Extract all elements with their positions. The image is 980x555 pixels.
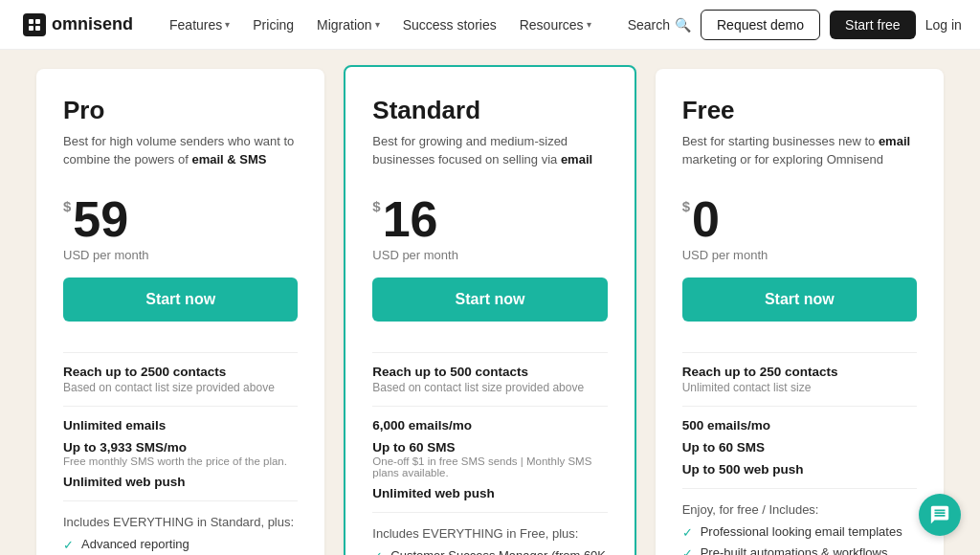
- chevron-down-icon: ▾: [225, 19, 230, 30]
- includes-label-pro: Includes EVERYTHING in Standard, plus:: [63, 515, 298, 529]
- nav-actions: Search 🔍 Request demo Start free Log in: [628, 10, 962, 40]
- check-icon: ✓: [682, 525, 693, 540]
- start-now-button-standard[interactable]: Start now: [372, 278, 607, 322]
- checklist-item-standard-0: ✓ Customer Success Manager (from 60K con…: [372, 548, 607, 555]
- chevron-down-icon: ▾: [587, 19, 591, 30]
- feature-reach-sub-pro: Based on contact list size provided abov…: [63, 381, 298, 394]
- logo-icon: [23, 13, 46, 36]
- checklist-item-free-1: ✓ Pre-built automations & workflows: [682, 545, 917, 555]
- plan-name-standard: Standard: [372, 96, 607, 125]
- plan-card-free: Free Best for starting businesses new to…: [656, 69, 944, 555]
- nav-migration[interactable]: Migration ▾: [307, 11, 390, 38]
- feature-sms-pro: Up to 3,933 SMS/mo: [63, 440, 298, 455]
- plan-name-free: Free: [682, 96, 917, 125]
- plan-name-pro: Pro: [63, 96, 298, 125]
- svg-rect-3: [35, 26, 40, 31]
- plan-desc-standard: Best for growing and medium-sized busine…: [372, 133, 607, 179]
- nav-success-stories[interactable]: Success stories: [393, 11, 506, 38]
- plan-desc-pro: Best for high volume senders who want to…: [63, 133, 298, 179]
- start-now-button-free[interactable]: Start now: [682, 278, 917, 322]
- nav-resources[interactable]: Resources ▾: [510, 11, 601, 38]
- plan-card-standard: Standard Best for growing and medium-siz…: [344, 65, 635, 555]
- feature-push-pro: Unlimited web push: [63, 475, 298, 489]
- includes-label-free: Enjoy, for free / Includes:: [682, 502, 917, 517]
- svg-rect-1: [35, 19, 40, 24]
- price-period-standard: USD per month: [372, 248, 607, 262]
- price-row-standard: $ 16: [372, 194, 607, 244]
- price-row-pro: $ 59: [63, 194, 298, 244]
- logo[interactable]: omnisend: [23, 13, 133, 36]
- checklist-item-pro-0: ✓ Advanced reporting: [63, 537, 298, 552]
- nav-features[interactable]: Features ▾: [160, 11, 239, 38]
- login-link[interactable]: Log in: [925, 17, 962, 33]
- chevron-down-icon: ▾: [375, 19, 380, 30]
- search-icon: 🔍: [675, 17, 691, 33]
- feature-sms-free: Up to 60 SMS: [682, 440, 917, 455]
- chat-bubble[interactable]: [919, 494, 961, 536]
- check-icon: ✓: [682, 546, 693, 555]
- price-period-pro: USD per month: [63, 248, 298, 262]
- nav-pricing[interactable]: Pricing: [243, 11, 303, 38]
- svg-rect-0: [29, 19, 33, 24]
- navbar: omnisend Features ▾ Pricing Migration ▾ …: [0, 0, 980, 50]
- feature-emails-pro: Unlimited emails: [63, 418, 298, 433]
- check-icon: ✓: [372, 549, 383, 555]
- price-row-free: $ 0: [682, 194, 917, 244]
- search-button[interactable]: Search 🔍: [628, 17, 691, 33]
- feature-reach-standard: Reach up to 500 contacts: [372, 365, 607, 379]
- feature-reach-free: Reach up to 250 contacts: [682, 365, 917, 379]
- includes-label-standard: Includes EVERYTHING in Free, plus:: [372, 526, 607, 541]
- feature-emails-standard: 6,000 emails/mo: [372, 418, 607, 433]
- feature-reach-pro: Reach up to 2500 contacts: [63, 365, 298, 379]
- feature-push-free: Up to 500 web push: [682, 462, 917, 477]
- price-period-free: USD per month: [682, 248, 917, 262]
- nav-links: Features ▾ Pricing Migration ▾ Success s…: [160, 11, 601, 38]
- pricing-section: Pro Best for high volume senders who wan…: [0, 50, 980, 555]
- logo-text: omnisend: [52, 14, 133, 34]
- request-demo-button[interactable]: Request demo: [701, 10, 820, 40]
- start-free-button[interactable]: Start free: [830, 11, 916, 39]
- feature-reach-sub-standard: Based on contact list size provided abov…: [372, 381, 607, 394]
- feature-emails-free: 500 emails/mo: [682, 418, 917, 433]
- check-icon: ✓: [63, 538, 74, 552]
- checklist-item-free-0: ✓ Professional looking email templates: [682, 524, 917, 540]
- svg-rect-2: [29, 26, 33, 31]
- feature-reach-sub-free: Unlimited contact list size: [682, 381, 917, 394]
- plan-desc-free: Best for starting businesses new to emai…: [682, 133, 917, 179]
- start-now-button-pro[interactable]: Start now: [63, 278, 298, 322]
- feature-sms-standard: Up to 60 SMS: [372, 440, 607, 455]
- plan-card-pro: Pro Best for high volume senders who wan…: [36, 69, 324, 555]
- feature-push-standard: Unlimited web push: [372, 486, 607, 500]
